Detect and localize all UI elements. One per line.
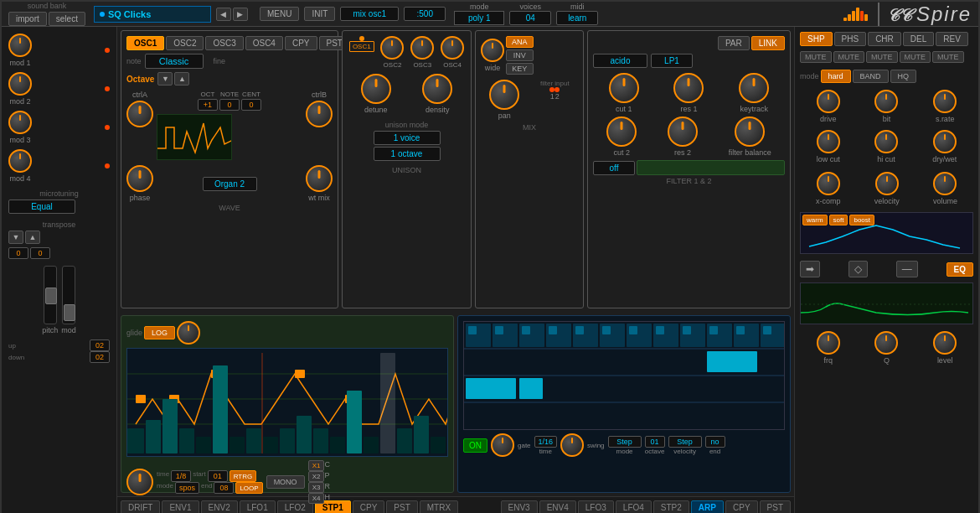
wide-knob[interactable]: [481, 39, 504, 62]
res2-knob[interactable]: [668, 117, 698, 147]
hard-button[interactable]: hard: [821, 70, 851, 83]
fx-route2-button[interactable]: ◇: [848, 261, 868, 277]
phase-knob[interactable]: [126, 165, 153, 192]
rtrg-button[interactable]: RTRG: [230, 470, 257, 482]
loop-button[interactable]: LOOP: [235, 482, 262, 494]
x1-button[interactable]: X1: [308, 460, 325, 471]
x2-button[interactable]: X2: [308, 471, 325, 482]
mod2-knob[interactable]: [8, 72, 32, 96]
prev-button[interactable]: ◀: [216, 8, 231, 21]
on-button[interactable]: ON: [463, 438, 487, 453]
wtmix-knob[interactable]: [306, 165, 333, 192]
menu-button[interactable]: MENU: [260, 7, 299, 21]
osc1-tab[interactable]: OSC1: [126, 36, 164, 50]
mod4-knob[interactable]: [8, 149, 32, 173]
osc-tabs: OSC1 OSC2 OSC3 OSC4 CPY PST: [126, 36, 333, 50]
lowcut-knob[interactable]: [817, 130, 840, 153]
volume-knob[interactable]: [933, 172, 957, 195]
lfo4-tab[interactable]: LFO4: [616, 500, 652, 513]
octave-up-button[interactable]: ▲: [174, 72, 189, 86]
mono-button[interactable]: MONO: [266, 475, 305, 489]
transpose-up-button[interactable]: ▲: [25, 231, 40, 244]
osc4-tab[interactable]: OSC4: [245, 36, 283, 50]
par-button[interactable]: PAR: [718, 36, 750, 50]
octave-down-button[interactable]: ▼: [157, 72, 173, 86]
mute4-button[interactable]: MUTE: [900, 51, 931, 63]
osc4-knob[interactable]: [441, 36, 464, 60]
mod-slider[interactable]: [62, 266, 75, 324]
detune-knob[interactable]: [361, 74, 391, 104]
gate-knob[interactable]: [491, 433, 514, 457]
osc1-indicator: OSC1: [349, 41, 374, 52]
ana-button[interactable]: ANA: [506, 36, 534, 48]
mute5-button[interactable]: MUTE: [932, 51, 964, 63]
cut1-knob[interactable]: [609, 73, 639, 103]
lfo3-tab[interactable]: LFO3: [578, 500, 614, 513]
osc3-tab[interactable]: OSC3: [205, 36, 243, 50]
mod1-knob[interactable]: [8, 34, 32, 57]
hq-button[interactable]: HQ: [890, 70, 917, 83]
x4-button[interactable]: X4: [308, 493, 325, 504]
level-knob[interactable]: [933, 331, 957, 355]
inv-button[interactable]: INV: [506, 49, 534, 61]
filter-balance-knob[interactable]: [735, 117, 765, 147]
keytrack-knob[interactable]: [739, 73, 769, 103]
chr-tab[interactable]: CHR: [868, 32, 901, 46]
xcomp-knob[interactable]: [817, 172, 840, 195]
bit-knob[interactable]: [874, 90, 898, 113]
env3-tab[interactable]: ENV3: [501, 500, 538, 513]
osc2-tab[interactable]: OSC2: [166, 36, 204, 50]
init-button[interactable]: INIT: [304, 7, 335, 21]
warm-button[interactable]: warm: [802, 215, 828, 225]
select-button[interactable]: select: [49, 12, 85, 26]
osc3-knob[interactable]: [410, 36, 434, 60]
band-button[interactable]: BAND: [853, 70, 889, 83]
cpy-tab-right[interactable]: CPY: [725, 500, 758, 513]
drive-knob[interactable]: [817, 90, 840, 113]
drywet-knob[interactable]: [933, 130, 957, 153]
key-button[interactable]: KEY: [506, 63, 534, 75]
link-button[interactable]: LINK: [751, 36, 785, 50]
srate-knob[interactable]: [933, 90, 957, 113]
hicut-knob[interactable]: [874, 130, 898, 153]
velocity-knob[interactable]: [875, 172, 899, 195]
phs-tab[interactable]: PHS: [834, 32, 867, 46]
stp2-tab[interactable]: STP2: [653, 500, 689, 513]
shp-tab[interactable]: SHP: [800, 32, 833, 46]
boost-button[interactable]: boost: [849, 215, 874, 225]
swing-knob[interactable]: [560, 433, 584, 457]
next-button[interactable]: ▶: [233, 8, 248, 21]
frq-knob[interactable]: [817, 331, 840, 355]
transpose-down-button[interactable]: ▼: [8, 231, 23, 244]
mute1-button[interactable]: MUTE: [800, 51, 832, 63]
cpy-button[interactable]: CPY: [285, 36, 317, 50]
lowcut-label: low cut: [817, 155, 840, 163]
x3-button[interactable]: X3: [308, 482, 325, 493]
mod3-knob[interactable]: [8, 111, 32, 134]
q-knob[interactable]: [874, 331, 898, 355]
arp-tab[interactable]: ARP: [691, 500, 724, 513]
res1-knob[interactable]: [673, 73, 704, 103]
pan-knob[interactable]: [489, 80, 519, 110]
ctrlb-knob[interactable]: [306, 101, 333, 127]
mute3-button[interactable]: MUTE: [866, 51, 898, 63]
glide-knob[interactable]: [177, 321, 200, 345]
fx-route3-button[interactable]: —: [896, 261, 918, 277]
pitch-slider[interactable]: [44, 266, 57, 324]
import-button[interactable]: import: [8, 12, 47, 26]
pst-tab-right[interactable]: PST: [760, 500, 791, 513]
log-button[interactable]: LOG: [144, 326, 175, 339]
seq-time-knob[interactable]: [126, 469, 153, 495]
mute2-button[interactable]: MUTE: [833, 51, 865, 63]
soft-button[interactable]: soft: [829, 215, 848, 225]
env4-tab[interactable]: ENV4: [539, 500, 576, 513]
rev-tab[interactable]: REV: [936, 32, 968, 46]
del-tab[interactable]: DEL: [903, 32, 934, 46]
density-knob[interactable]: [422, 74, 452, 104]
eq-button[interactable]: EQ: [946, 262, 973, 277]
detune-label: detune: [364, 106, 388, 114]
cut2-knob[interactable]: [606, 117, 637, 147]
fx-route1-button[interactable]: ➡: [800, 261, 820, 277]
ctrla-knob[interactable]: [126, 101, 153, 127]
osc2-knob[interactable]: [380, 36, 404, 60]
